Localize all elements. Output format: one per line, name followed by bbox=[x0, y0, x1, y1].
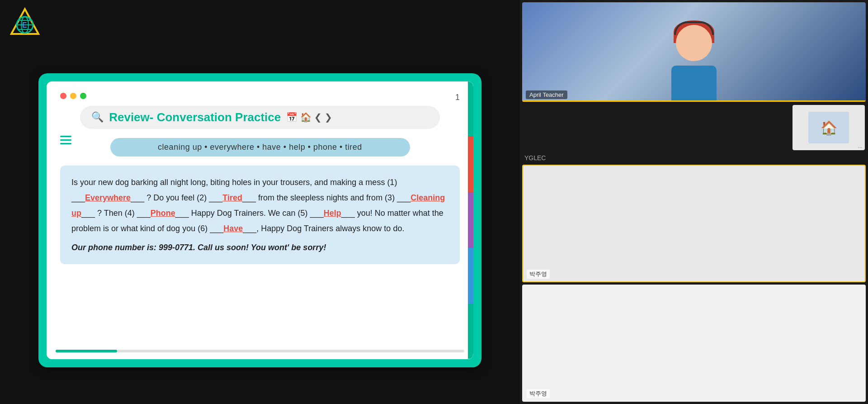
progress-bar-fill bbox=[56, 350, 117, 352]
home-icon: 🏠 bbox=[300, 112, 311, 123]
side-bar bbox=[468, 81, 473, 359]
side-bar-4 bbox=[468, 248, 473, 304]
teacher-video: April Teacher bbox=[522, 2, 866, 102]
student-thumbnail: 🏠 ... bbox=[793, 105, 865, 150]
filled-word-5: Help bbox=[324, 209, 341, 218]
student-video-2: 박주영 bbox=[522, 285, 866, 402]
window-dots bbox=[60, 93, 460, 99]
student-thumb-label: ... bbox=[858, 143, 862, 149]
right-panel: April Teacher 🏠 ... YGLEC 박주영 박주영 bbox=[520, 0, 868, 404]
yglec-label: YGLEC bbox=[522, 153, 866, 162]
student-video-1: 박주영 bbox=[522, 165, 866, 282]
word-bank: cleaning up • everywhere • have • help •… bbox=[110, 138, 410, 157]
slide-wrapper: 🔍 Review- Conversation Practice 📅 🏠 ❮ ❯ … bbox=[0, 45, 520, 404]
student-thumb-inner: 🏠 bbox=[808, 112, 849, 143]
slide-number: 1 bbox=[455, 93, 460, 102]
slide-title: Review- Conversation Practice bbox=[109, 110, 281, 124]
dot-green bbox=[80, 93, 86, 99]
hamburger-menu[interactable] bbox=[60, 136, 71, 144]
search-icon: 🔍 bbox=[91, 111, 104, 123]
dot-red bbox=[60, 93, 66, 99]
filled-word-6: Have bbox=[223, 224, 243, 233]
main-area: E 🔍 Rev bbox=[0, 0, 520, 404]
filled-word-4: Phone bbox=[151, 209, 175, 218]
teacher-headset bbox=[674, 21, 714, 35]
progress-bar bbox=[56, 350, 464, 352]
prev-arrow[interactable]: ❮ bbox=[314, 112, 322, 123]
dot-yellow bbox=[70, 93, 76, 99]
title-bar: 🔍 Review- Conversation Practice 📅 🏠 ❮ ❯ bbox=[80, 106, 440, 129]
top-bar: E bbox=[0, 0, 520, 45]
teacher-body bbox=[671, 66, 717, 102]
calendar-icon: 📅 bbox=[286, 112, 297, 123]
student-name-2: 박주영 bbox=[527, 389, 550, 398]
side-bar-5 bbox=[468, 304, 473, 359]
teacher-figure bbox=[658, 11, 730, 102]
content-box: Is your new dog barking all night long, … bbox=[60, 166, 460, 265]
next-arrow[interactable]: ❯ bbox=[325, 112, 332, 123]
slide-inner: 🔍 Review- Conversation Practice 📅 🏠 ❮ ❯ … bbox=[47, 81, 473, 359]
slide-frame: 🔍 Review- Conversation Practice 📅 🏠 ❮ ❯ … bbox=[38, 73, 481, 367]
paragraph: Is your new dog barking all night long, … bbox=[71, 175, 448, 237]
svg-text:E: E bbox=[22, 21, 27, 29]
thumb-row: 🏠 ... bbox=[522, 104, 866, 151]
logo: E bbox=[9, 7, 41, 38]
phone-line: Our phone number is: 999-0771. Call us s… bbox=[71, 240, 448, 255]
side-bar-3 bbox=[468, 192, 473, 248]
title-icons: 📅 🏠 ❮ ❯ bbox=[286, 112, 332, 123]
filled-word-1: Everywhere bbox=[85, 193, 131, 202]
filled-word-2: Tired bbox=[222, 193, 242, 202]
student-name-1: 박주영 bbox=[527, 270, 550, 279]
side-bar-2 bbox=[468, 137, 473, 192]
side-bar-1 bbox=[468, 81, 473, 137]
teacher-label: April Teacher bbox=[526, 90, 567, 99]
teacher-indicator bbox=[522, 100, 866, 102]
